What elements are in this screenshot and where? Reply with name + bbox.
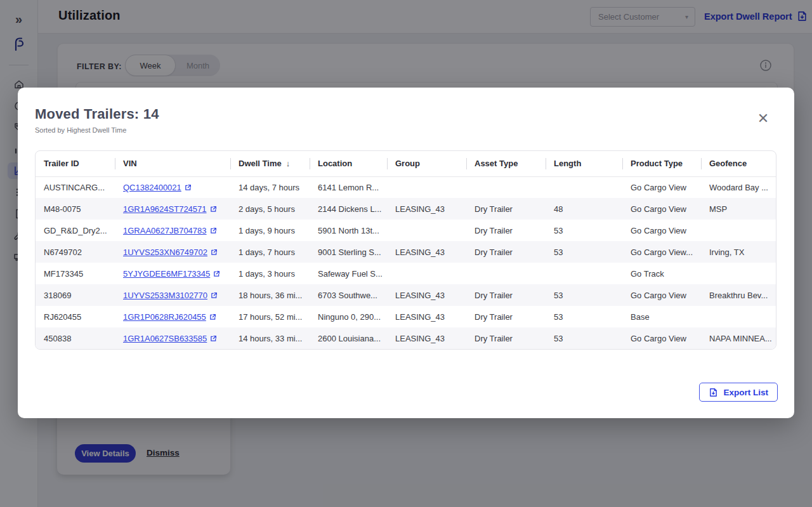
cell-dwell-time: 1 days, 9 hours — [230, 220, 310, 241]
dwell-table-body: AUSTINCARG... QC1382400021 14 days, 7 ho… — [36, 176, 776, 349]
vin-link[interactable]: QC1382400021 — [123, 183, 192, 192]
external-link-icon — [213, 270, 220, 277]
cell-vin: 1GR1P0628RJ620455 — [115, 306, 230, 327]
external-link-icon — [211, 249, 218, 256]
cell-dwell-time: 1 days, 7 hours — [230, 241, 310, 263]
vin-link[interactable]: 1GR1P0628RJ620455 — [123, 312, 216, 322]
table-row: MF173345 5YJYGDEE6MF173345 1 days, 3 hou… — [36, 263, 776, 284]
cell-location: 2600 Louisiana... — [310, 327, 387, 349]
moved-trailers-modal: Moved Trailers: 14 Sorted by Highest Dwe… — [18, 88, 794, 418]
cell-length: 53 — [546, 220, 622, 241]
sort-desc-icon: ↓ — [286, 159, 291, 168]
col-length[interactable]: Length — [546, 151, 622, 176]
cell-asset-type: Dry Trailer — [466, 198, 546, 220]
cell-group: LEASING_43 — [387, 198, 466, 220]
cell-product-type: Go Cargo View — [622, 327, 701, 349]
cell-length — [546, 176, 622, 198]
modal-subtitle: Sorted by Highest Dwell Time — [35, 126, 126, 134]
external-link-icon — [210, 335, 217, 342]
cell-group: LEASING_43 — [387, 306, 466, 327]
cell-dwell-time: 18 hours, 36 mi... — [230, 284, 310, 306]
cell-length: 53 — [546, 327, 622, 349]
vin-link[interactable]: 1UYVS253XN6749702 — [123, 247, 218, 257]
vin-link[interactable]: 5YJYGDEE6MF173345 — [123, 269, 220, 279]
table-row: N6749702 1UYVS253XN6749702 1 days, 7 hou… — [36, 241, 776, 263]
cell-length: 53 — [546, 284, 622, 306]
cell-location: 9001 Sterling S... — [310, 241, 387, 263]
table-row: AUSTINCARG... QC1382400021 14 days, 7 ho… — [36, 176, 776, 198]
external-link-icon — [210, 227, 217, 234]
col-group[interactable]: Group — [387, 151, 466, 176]
vin-link[interactable]: 1GR1A9624ST724571 — [123, 204, 217, 214]
cell-product-type: Go Cargo View — [622, 284, 701, 306]
cell-vin: QC1382400021 — [115, 176, 230, 198]
vin-link[interactable]: 1GRAA0627JB704783 — [123, 226, 217, 235]
cell-trailer-id: 318069 — [36, 284, 115, 306]
cell-trailer-id: N6749702 — [36, 241, 115, 263]
cell-asset-type: Dry Trailer — [466, 306, 546, 327]
cell-product-type: Go Cargo View — [622, 198, 701, 220]
cell-location: Safeway Fuel S... — [310, 263, 387, 284]
cell-geofence — [701, 220, 776, 241]
cell-asset-type: Dry Trailer — [466, 284, 546, 306]
vin-link[interactable]: 1GR1A0627SB633585 — [123, 334, 217, 343]
cell-trailer-id: GD_R&D_Dry2... — [36, 220, 115, 241]
cell-asset-type: Dry Trailer — [466, 220, 546, 241]
close-icon[interactable]: ✕ — [755, 110, 771, 127]
table-row: 450838 1GR1A0627SB633585 14 hours, 33 mi… — [36, 327, 776, 349]
cell-asset-type — [466, 263, 546, 284]
cell-dwell-time: 17 hours, 52 mi... — [230, 306, 310, 327]
cell-group: LEASING_43 — [387, 327, 466, 349]
vin-link[interactable]: 1UYVS2533M3102770 — [123, 291, 218, 300]
external-link-icon — [185, 184, 192, 191]
file-export-icon — [709, 388, 718, 397]
cell-product-type: Base — [622, 306, 701, 327]
cell-vin: 5YJYGDEE6MF173345 — [115, 263, 230, 284]
col-trailer-id[interactable]: Trailer ID — [36, 151, 115, 176]
cell-vin: 1GR1A9624ST724571 — [115, 198, 230, 220]
cell-asset-type: Dry Trailer — [466, 241, 546, 263]
col-geofence[interactable]: Geofence — [701, 151, 776, 176]
cell-geofence — [701, 306, 776, 327]
cell-length — [546, 263, 622, 284]
external-link-icon — [210, 206, 217, 213]
cell-geofence: Breakthru Bev... — [701, 284, 776, 306]
cell-location: Ninguno 0, 290... — [310, 306, 387, 327]
moved-trailers-table: Trailer ID VIN Dwell Time↓ Location Grou… — [35, 150, 776, 350]
cell-geofence: MSP — [701, 198, 776, 220]
table-row: 318069 1UYVS2533M3102770 18 hours, 36 mi… — [36, 284, 776, 306]
cell-group — [387, 220, 466, 241]
cell-dwell-time: 14 hours, 33 mi... — [230, 327, 310, 349]
cell-length: 53 — [546, 241, 622, 263]
cell-location: 6141 Lemon R... — [310, 176, 387, 198]
col-product-type[interactable]: Product Type — [622, 151, 701, 176]
cell-trailer-id: AUSTINCARG... — [36, 176, 115, 198]
cell-geofence: Woodard Bay ... — [701, 176, 776, 198]
cell-product-type: Go Cargo View — [622, 176, 701, 198]
cell-dwell-time: 1 days, 3 hours — [230, 263, 310, 284]
col-dwell-time[interactable]: Dwell Time↓ — [230, 151, 310, 176]
cell-group — [387, 176, 466, 198]
export-list-button[interactable]: Export List — [699, 383, 778, 402]
cell-group: LEASING_43 — [387, 241, 466, 263]
table-row: M48-0075 1GR1A9624ST724571 2 days, 5 hou… — [36, 198, 776, 220]
col-vin[interactable]: VIN — [115, 151, 230, 176]
cell-geofence: Irving, TX — [701, 241, 776, 263]
table-row: RJ620455 1GR1P0628RJ620455 17 hours, 52 … — [36, 306, 776, 327]
cell-vin: 1UYVS253XN6749702 — [115, 241, 230, 263]
export-list-label: Export List — [723, 388, 768, 397]
cell-vin: 1GR1A0627SB633585 — [115, 327, 230, 349]
cell-length: 53 — [546, 306, 622, 327]
cell-product-type: Go Cargo View... — [622, 241, 701, 263]
external-link-icon — [209, 313, 216, 320]
cell-group — [387, 263, 466, 284]
col-location[interactable]: Location — [310, 151, 387, 176]
cell-asset-type — [466, 176, 546, 198]
table-header-row: Trailer ID VIN Dwell Time↓ Location Grou… — [36, 151, 776, 176]
modal-title: Moved Trailers: 14 — [35, 106, 159, 122]
col-asset-type[interactable]: Asset Type — [466, 151, 546, 176]
cell-trailer-id: 450838 — [36, 327, 115, 349]
cell-location: 6703 Southwe... — [310, 284, 387, 306]
cell-product-type: Go Track — [622, 263, 701, 284]
cell-length: 48 — [546, 198, 622, 220]
